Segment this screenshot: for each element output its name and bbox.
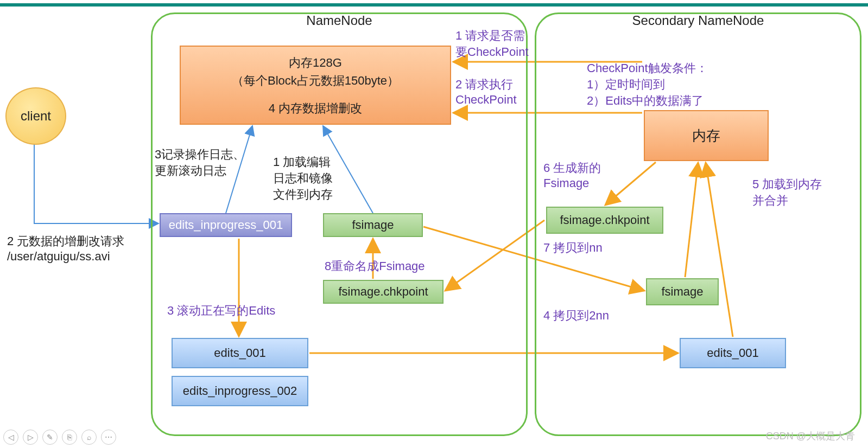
secondary-title: Secondary NameNode <box>536 13 860 28</box>
snn-edits-001-box: edits_001 <box>680 338 786 368</box>
label-checkpoint-conditions: CheckPoint触发条件： 1）定时时间到 2）Edits中的数据满了 <box>587 60 708 109</box>
label-metadata-request: 2 元数据的增删改请求 /user/atguigu/ss.avi <box>7 233 124 264</box>
label-roll-edits: 3 滚动正在写的Edits <box>167 303 275 319</box>
next-icon[interactable]: ▷ <box>23 430 38 445</box>
pen-icon[interactable]: ✎ <box>42 430 58 445</box>
copy-icon[interactable]: ⎘ <box>62 430 77 445</box>
label-record-log: 3记录操作日志、 更新滚动日志 <box>155 146 245 179</box>
label-generate-fsimage: 6 生成新的 Fsimage <box>543 160 601 190</box>
fsimage-chkpoint-box: fsimage.chkpoint <box>323 280 443 304</box>
client-node: client <box>5 87 66 145</box>
label-load-edits: 1 加载编辑 日志和镜像 文件到内存 <box>273 154 333 203</box>
edits-001-box: edits_001 <box>172 338 308 368</box>
label-copy-to-nn: 7 拷贝到nn <box>543 240 603 256</box>
label-load-merge: 5 加载到内存 并合并 <box>752 176 822 209</box>
label-request-checkpoint: 1 请求是否需 要CheckPoint <box>455 28 529 60</box>
label-execute-checkpoint: 2 请求执行 CheckPoint <box>455 76 517 107</box>
prev-icon[interactable]: ◁ <box>3 430 18 445</box>
snn-fsimage-chkpoint-box: fsimage.chkpoint <box>546 207 663 234</box>
edits-inprogress-002-box: edits_inprogress_002 <box>172 376 308 406</box>
more-icon[interactable]: ⋯ <box>101 430 116 445</box>
top-accent-bar <box>0 3 868 7</box>
mem-line2: （每个Block占元数据150byte） <box>232 72 399 89</box>
label-copy-to-2nn: 4 拷贝到2nn <box>543 308 609 324</box>
watermark: CSDN @大概是大青 <box>766 430 855 443</box>
client-label: client <box>21 108 51 124</box>
namenode-memory-box: 内存128G （每个Block占元数据150byte） 4 内存数据增删改 <box>180 46 451 125</box>
bottom-toolbar: ◁ ▷ ✎ ⎘ ⌕ ⋯ <box>3 430 116 445</box>
zoom-icon[interactable]: ⌕ <box>81 430 97 445</box>
namenode-title: NameNode <box>153 13 526 28</box>
label-rename-fsimage: 8重命名成Fsimage <box>325 258 425 274</box>
mem-line3: 4 内存数据增删改 <box>269 99 362 117</box>
mem-line1: 内存128G <box>289 54 342 72</box>
edits-inprogress-001-box: edits_inprogress_001 <box>160 213 292 237</box>
snn-fsimage-box: fsimage <box>646 278 719 305</box>
secondary-memory-box: 内存 <box>644 110 769 161</box>
fsimage-box: fsimage <box>323 213 423 237</box>
